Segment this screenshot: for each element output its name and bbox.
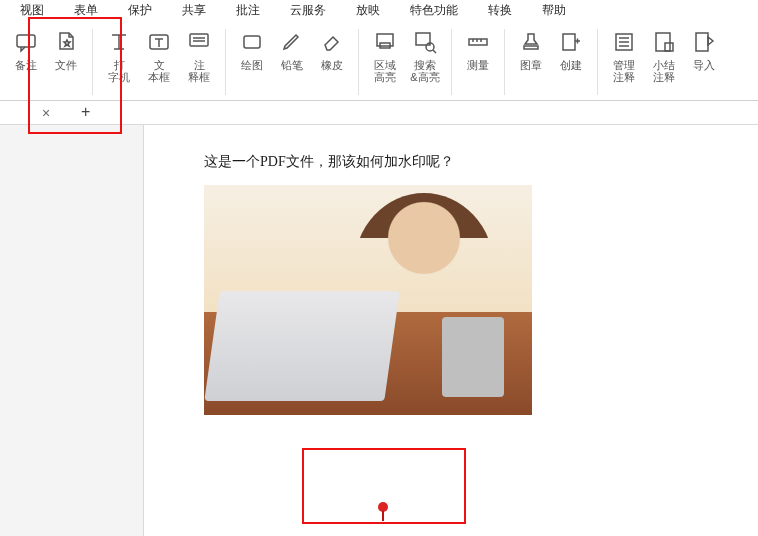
svg-line-10 — [433, 50, 436, 53]
group-stamp: 图章 创建 — [505, 29, 598, 95]
group-draw: 绘图 铅笔 橡皮 — [226, 29, 359, 95]
add-tab-button[interactable]: + — [81, 103, 90, 121]
typewriter-button[interactable]: 打 字机 — [99, 29, 139, 83]
menu-bar: 视图 表单 保护 共享 批注 云服务 放映 特色功能 转换 帮助 — [0, 0, 758, 21]
import-icon — [691, 29, 717, 55]
summary-label-b: 注释 — [653, 71, 675, 83]
areahl-label-a: 区域 — [374, 59, 396, 71]
menu-item-protect[interactable]: 保护 — [128, 2, 152, 19]
menu-item-convert[interactable]: 转换 — [488, 2, 512, 19]
svg-rect-11 — [469, 39, 487, 45]
page-canvas[interactable]: 这是一个PDF文件，那该如何加水印呢？ — [144, 125, 758, 536]
commentbox-button[interactable]: 注 释框 — [179, 29, 219, 83]
menu-item-cloud[interactable]: 云服务 — [290, 2, 326, 19]
summary-icon — [651, 29, 677, 55]
menu-item-present[interactable]: 放映 — [356, 2, 380, 19]
eraser-label: 橡皮 — [321, 59, 343, 71]
stamp-button[interactable]: 图章 — [511, 29, 551, 71]
group-manage: 管理 注释 小结 注释 导入 — [598, 29, 730, 95]
eraser-button[interactable]: 橡皮 — [312, 29, 352, 71]
create-label: 创建 — [560, 59, 582, 71]
document-image — [204, 185, 532, 415]
textbox-button[interactable]: 文 本框 — [139, 29, 179, 83]
close-tab-button[interactable]: × — [42, 105, 50, 121]
menu-item-feature[interactable]: 特色功能 — [410, 2, 458, 19]
measure-button[interactable]: 测量 — [458, 29, 498, 71]
draw-button[interactable]: 绘图 — [232, 29, 272, 71]
list-icon — [611, 29, 637, 55]
svg-rect-23 — [696, 33, 708, 51]
svg-rect-22 — [665, 43, 673, 51]
draw-label: 绘图 — [241, 59, 263, 71]
pin-icon — [378, 502, 388, 512]
import-button[interactable]: 导入 — [684, 29, 724, 71]
areahl-label-b: 高亮 — [374, 71, 396, 83]
measure-label: 测量 — [467, 59, 489, 71]
typewriter-label-b: 字机 — [108, 71, 130, 83]
toolbar: 备注 文件 打 字机 文 本框 注 释框 绘图 铅笔 — [0, 21, 758, 101]
note-label: 备注 — [15, 59, 37, 71]
search-highlight-icon — [412, 29, 438, 55]
tab-strip: × + — [0, 101, 758, 125]
textbox-label-a: 文 — [154, 59, 165, 71]
svg-rect-16 — [563, 34, 575, 50]
speech-bubble-icon — [13, 29, 39, 55]
menu-item-annotate[interactable]: 批注 — [236, 2, 260, 19]
group-text: 打 字机 文 本框 注 释框 — [93, 29, 226, 95]
commentbox-label-a: 注 — [194, 59, 205, 71]
group-annot: 备注 文件 — [0, 29, 93, 95]
thumbnail-panel[interactable] — [0, 125, 144, 536]
menu-item-form[interactable]: 表单 — [74, 2, 98, 19]
typewriter-icon — [106, 29, 132, 55]
file-star-icon — [53, 29, 79, 55]
create-icon — [558, 29, 584, 55]
commentbox-label-b: 释框 — [188, 71, 210, 83]
mgmt-label-a: 管理 — [613, 59, 635, 71]
group-measure: 测量 — [452, 29, 505, 95]
group-highlight: 区域 高亮 搜索 &高亮 — [359, 29, 452, 95]
menu-item-share[interactable]: 共享 — [182, 2, 206, 19]
summary-label-a: 小结 — [653, 59, 675, 71]
pencil-icon — [279, 29, 305, 55]
ruler-icon — [465, 29, 491, 55]
search-highlight-button[interactable]: 搜索 &高亮 — [405, 29, 445, 83]
document-body-text: 这是一个PDF文件，那该如何加水印呢？ — [204, 153, 738, 171]
import-label: 导入 — [693, 59, 715, 71]
commentbox-icon — [186, 29, 212, 55]
typewriter-label-a: 打 — [114, 59, 125, 71]
eraser-icon — [319, 29, 345, 55]
rectangle-icon — [239, 29, 265, 55]
document-area: 这是一个PDF文件，那该如何加水印呢？ — [0, 125, 758, 536]
pencil-label: 铅笔 — [281, 59, 303, 71]
file-label: 文件 — [55, 59, 77, 71]
searchhl-label-a: 搜索 — [414, 59, 436, 71]
textbox-label-b: 本框 — [148, 71, 170, 83]
stamp-label: 图章 — [520, 59, 542, 71]
svg-rect-21 — [656, 33, 670, 51]
svg-rect-2 — [190, 34, 208, 46]
mgmt-label-b: 注释 — [613, 71, 635, 83]
area-highlight-icon — [372, 29, 398, 55]
create-button[interactable]: 创建 — [551, 29, 591, 71]
summary-button[interactable]: 小结 注释 — [644, 29, 684, 83]
area-highlight-button[interactable]: 区域 高亮 — [365, 29, 405, 83]
svg-rect-15 — [524, 46, 538, 49]
pencil-button[interactable]: 铅笔 — [272, 29, 312, 71]
svg-rect-5 — [244, 36, 260, 48]
file-attach-button[interactable]: 文件 — [46, 29, 86, 71]
menu-item-help[interactable]: 帮助 — [542, 2, 566, 19]
stamp-icon — [518, 29, 544, 55]
searchhl-label-b: &高亮 — [410, 71, 439, 83]
note-button[interactable]: 备注 — [6, 29, 46, 71]
svg-rect-0 — [17, 35, 35, 47]
textbox-icon — [146, 29, 172, 55]
manage-annotations-button[interactable]: 管理 注释 — [604, 29, 644, 83]
menu-item-view[interactable]: 视图 — [20, 2, 44, 19]
